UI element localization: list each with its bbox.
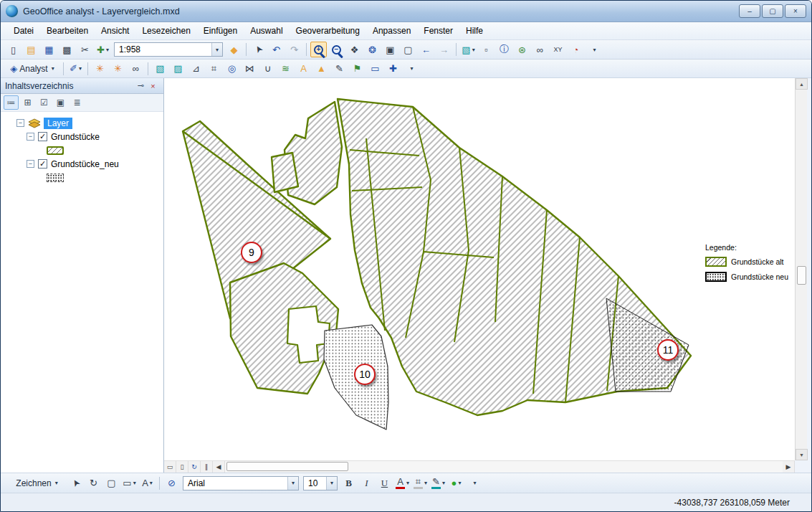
redo-button[interactable]: ↷ [286,42,302,57]
fixed-zoom-in-button[interactable]: ▣ [382,42,398,57]
grundstuecke-neu-checkbox[interactable]: ✓ [38,159,47,169]
tree-row-grundstuecke-neu-symbol[interactable] [1,171,163,184]
drawbar-overflow-button[interactable]: ▾ [466,475,482,491]
text-tool-button[interactable]: A▾ [139,475,156,491]
horizontal-scroll-thumb[interactable] [226,462,348,471]
zoom-out-button[interactable]: − [328,42,345,57]
horizontal-scrollbar[interactable] [225,461,783,473]
scale-dropdown-icon[interactable]: ▾ [211,43,222,56]
zoom-box-button[interactable]: ▢ [103,475,120,491]
pin-button[interactable]: ⊸ [135,80,147,92]
data-view-button[interactable]: ▭ [164,461,176,473]
symbol-selector-button[interactable]: ⊘ [163,475,180,491]
flag-button[interactable]: ⚑ [349,61,366,77]
fixed-zoom-out-button[interactable]: ▢ [400,42,416,57]
font-color-button[interactable]: A ▾ [394,475,411,491]
select-elements-button[interactable]: ➤ [247,39,269,61]
time-slider-button[interactable]: ◔ [568,42,584,57]
globe-button[interactable]: ⊛ [514,42,530,57]
line-color-button[interactable]: ✎ ▾ [430,475,446,491]
toolbar-overflow-button[interactable]: ▾ [586,42,602,57]
tree-row-layer[interactable]: − Layer [1,116,163,130]
bold-button[interactable]: B [340,475,357,491]
scale-combobox[interactable]: 1:958 ▾ [114,42,223,57]
vertical-scroll-thumb[interactable] [797,266,806,285]
grundstuecke-checkbox[interactable]: ✓ [38,132,47,141]
go-to-xy-button[interactable]: XY [550,42,566,57]
full-extent-button[interactable]: ❂ [364,42,381,57]
underline-button[interactable]: U [376,475,393,491]
add-tool-button[interactable]: ✚ [385,61,401,77]
size-dropdown-icon[interactable]: ▾ [326,477,337,490]
grid-button[interactable]: ⌗ [206,61,222,77]
menu-anpassen[interactable]: Anpassen [367,24,416,38]
list-by-visibility-button[interactable]: ☑ [37,95,52,110]
maximize-button[interactable]: ▢ [762,4,783,18]
select-by-attributes-button[interactable]: ▧ [152,61,168,77]
clear-selection-button[interactable]: ▫ [478,42,495,57]
add-data-button[interactable]: ✚▾ [95,42,111,57]
new-document-button[interactable]: ▯ [5,42,22,57]
marker-color-button[interactable]: ● ▾ [448,475,464,491]
list-by-drawing-order-button[interactable]: ≔ [4,95,19,110]
menu-datei[interactable]: Datei [8,24,39,38]
snapping-button[interactable]: ✳ [92,61,108,77]
dots-symbol-swatch[interactable] [47,174,64,182]
refresh-button[interactable]: ↻ [188,461,201,473]
minimize-button[interactable]: – [739,4,760,18]
pan-button[interactable]: ❖ [346,42,363,57]
menu-einfuegen[interactable]: Einfügen [198,24,243,38]
save-button[interactable]: ▦ [41,42,57,57]
label-button[interactable]: A [295,61,312,77]
cut-button[interactable]: ✂ [77,42,93,57]
undo-button[interactable]: ↶ [268,42,285,57]
tree-row-grundstuecke-neu[interactable]: − ✓ Grundstücke_neu [1,157,163,171]
layout-view-button[interactable]: ▯ [176,461,188,473]
layer-root-label[interactable]: Layer [44,118,72,129]
close-button[interactable]: × [785,4,806,18]
hatch-symbol-swatch[interactable] [47,146,64,155]
menu-auswahl[interactable]: Auswahl [244,24,288,38]
font-size-combobox[interactable]: 10 ▾ [303,476,338,490]
find-tool-button[interactable]: ∞ [128,61,144,77]
grundstuecke-neu-label[interactable]: Grundstücke_neu [51,159,119,169]
measure-button[interactable]: ⊿ [188,61,204,77]
toc-options-button[interactable]: ≣ [70,95,85,110]
print-button[interactable]: ▩ [59,42,75,57]
toolbar2-overflow-button[interactable]: ▾ [403,61,419,77]
callout-button[interactable]: ✎ [331,61,348,77]
toc-close-button[interactable]: × [147,80,159,92]
identify-button[interactable]: ⓘ [496,42,512,57]
map-vertical-scrollbar[interactable]: ▲ ▼ [795,78,807,460]
tree-row-grundstuecke[interactable]: − ✓ Grundstücke [1,130,163,143]
expander-icon[interactable]: − [27,160,34,168]
menu-lesezeichen[interactable]: Lesezeichen [136,24,196,38]
zeichnen-menu-button[interactable]: Zeichnen ▾ [6,475,66,491]
grundstuecke-label[interactable]: Grundstücke [51,132,100,142]
expander-icon[interactable]: − [16,119,24,127]
analyst-menu-button[interactable]: ◈ Analyst ▾ [5,61,59,77]
select-by-location-button[interactable]: ▨ [170,61,186,77]
select-features-button[interactable]: ▧▾ [460,42,477,57]
title-bar[interactable]: GeoOffice analyst - Layervergleich.mxd –… [1,1,811,22]
warning-button[interactable]: ▲ [313,61,330,77]
expander-icon[interactable]: − [27,133,34,141]
chart-button[interactable]: ≋ [277,61,294,77]
rotate-element-button[interactable]: ↻ [85,475,102,491]
union-button[interactable]: ∪ [259,61,276,77]
intersect-button[interactable]: ⋈ [242,61,258,77]
pause-drawing-button[interactable]: ∥ [201,461,213,473]
diamond-tool-button[interactable]: ◆ [226,42,242,57]
popup-button[interactable]: ▭ [367,61,383,77]
scroll-down-button[interactable]: ▼ [796,449,808,460]
list-by-selection-button[interactable]: ▣ [53,95,68,110]
italic-button[interactable]: I [358,475,375,491]
map-canvas[interactable]: 9 10 11 Legende: Grundstücke alt Grundst… [164,78,795,460]
list-by-source-button[interactable]: ⊞ [20,95,35,110]
snapping-all-button[interactable]: ✳ [110,61,126,77]
scroll-up-button[interactable]: ▲ [796,78,808,90]
menu-hilfe[interactable]: Hilfe [460,24,489,38]
menu-geoverarbeitung[interactable]: Geoverarbeitung [290,24,366,38]
scroll-right-button[interactable]: ▶ [783,461,795,473]
find-button[interactable]: ∞ [532,42,548,57]
